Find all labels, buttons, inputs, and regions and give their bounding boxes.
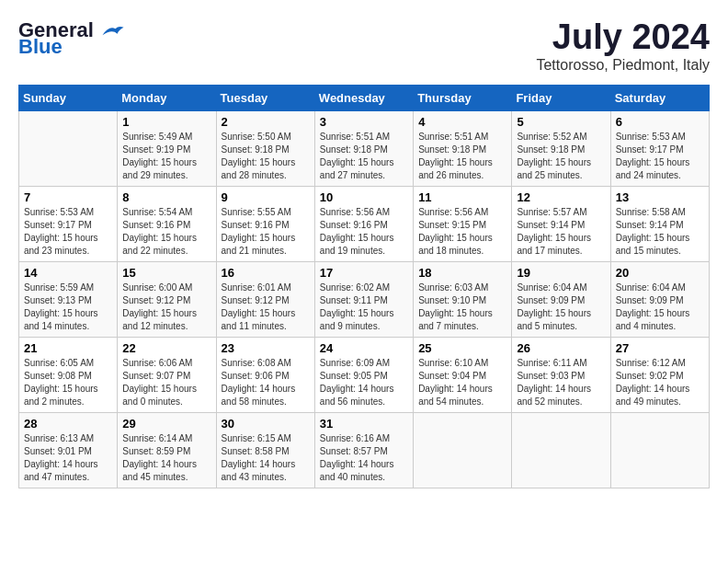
calendar-week-row: 28Sunrise: 6:13 AM Sunset: 9:01 PM Dayli… — [19, 412, 710, 488]
day-info: Sunrise: 6:12 AM Sunset: 9:02 PM Dayligh… — [616, 357, 704, 408]
day-info: Sunrise: 6:02 AM Sunset: 9:11 PM Dayligh… — [320, 282, 408, 333]
day-number: 25 — [418, 341, 506, 355]
calendar-table: SundayMondayTuesdayWednesdayThursdayFrid… — [18, 85, 710, 488]
header-wednesday: Wednesday — [314, 85, 413, 110]
day-number: 27 — [616, 341, 704, 355]
day-number: 22 — [122, 341, 210, 355]
calendar-cell — [414, 412, 512, 488]
logo-blue-text: Blue — [18, 35, 63, 59]
calendar-cell: 13Sunrise: 5:58 AM Sunset: 9:14 PM Dayli… — [610, 186, 709, 261]
day-info: Sunrise: 5:51 AM Sunset: 9:18 PM Dayligh… — [418, 131, 506, 182]
calendar-cell — [19, 110, 118, 186]
day-number: 6 — [616, 115, 704, 129]
header-friday: Friday — [512, 85, 610, 110]
day-number: 16 — [222, 266, 310, 280]
day-number: 3 — [320, 115, 408, 129]
day-number: 17 — [320, 266, 408, 280]
day-info: Sunrise: 6:01 AM Sunset: 9:12 PM Dayligh… — [222, 282, 310, 333]
day-info: Sunrise: 5:59 AM Sunset: 9:13 PM Dayligh… — [24, 282, 112, 333]
calendar-cell: 8Sunrise: 5:54 AM Sunset: 9:16 PM Daylig… — [118, 186, 216, 261]
day-info: Sunrise: 6:05 AM Sunset: 9:08 PM Dayligh… — [24, 357, 112, 408]
day-number: 1 — [122, 115, 210, 129]
title-area: July 2024 Tettorosso, Piedmont, Italy — [536, 18, 710, 74]
location-text: Tettorosso, Piedmont, Italy — [536, 57, 710, 74]
day-number: 12 — [517, 190, 605, 204]
calendar-cell: 6Sunrise: 5:53 AM Sunset: 9:17 PM Daylig… — [610, 110, 709, 186]
day-number: 28 — [24, 417, 112, 431]
day-number: 14 — [24, 266, 112, 280]
calendar-cell: 14Sunrise: 5:59 AM Sunset: 9:13 PM Dayli… — [19, 261, 118, 337]
day-info: Sunrise: 6:11 AM Sunset: 9:03 PM Dayligh… — [517, 357, 605, 408]
day-number: 10 — [320, 190, 408, 204]
logo: General Blue — [18, 18, 125, 59]
calendar-week-row: 21Sunrise: 6:05 AM Sunset: 9:08 PM Dayli… — [19, 337, 710, 412]
calendar-cell: 5Sunrise: 5:52 AM Sunset: 9:18 PM Daylig… — [512, 110, 610, 186]
day-info: Sunrise: 5:58 AM Sunset: 9:14 PM Dayligh… — [616, 206, 704, 258]
calendar-cell — [610, 412, 709, 488]
day-info: Sunrise: 5:49 AM Sunset: 9:19 PM Dayligh… — [122, 131, 210, 182]
header-tuesday: Tuesday — [216, 85, 314, 110]
day-info: Sunrise: 6:04 AM Sunset: 9:09 PM Dayligh… — [616, 282, 704, 333]
calendar-cell: 10Sunrise: 5:56 AM Sunset: 9:16 PM Dayli… — [314, 186, 413, 261]
calendar-cell: 16Sunrise: 6:01 AM Sunset: 9:12 PM Dayli… — [216, 261, 314, 337]
calendar-cell: 30Sunrise: 6:15 AM Sunset: 8:58 PM Dayli… — [216, 412, 314, 488]
calendar-week-row: 7Sunrise: 5:53 AM Sunset: 9:17 PM Daylig… — [19, 186, 710, 261]
day-info: Sunrise: 5:54 AM Sunset: 9:16 PM Dayligh… — [122, 206, 210, 258]
day-info: Sunrise: 6:15 AM Sunset: 8:58 PM Dayligh… — [222, 432, 310, 484]
calendar-cell: 20Sunrise: 6:04 AM Sunset: 9:09 PM Dayli… — [610, 261, 709, 337]
day-number: 5 — [517, 115, 605, 129]
day-number: 7 — [24, 190, 112, 204]
header-saturday: Saturday — [610, 85, 709, 110]
day-info: Sunrise: 5:55 AM Sunset: 9:16 PM Dayligh… — [222, 206, 310, 258]
day-info: Sunrise: 5:50 AM Sunset: 9:18 PM Dayligh… — [222, 131, 310, 182]
day-number: 26 — [517, 341, 605, 355]
calendar-cell: 27Sunrise: 6:12 AM Sunset: 9:02 PM Dayli… — [610, 337, 709, 412]
calendar-cell: 25Sunrise: 6:10 AM Sunset: 9:04 PM Dayli… — [414, 337, 512, 412]
calendar-cell: 9Sunrise: 5:55 AM Sunset: 9:16 PM Daylig… — [216, 186, 314, 261]
day-info: Sunrise: 6:03 AM Sunset: 9:10 PM Dayligh… — [418, 282, 506, 333]
header-sunday: Sunday — [19, 85, 118, 110]
day-number: 18 — [418, 266, 506, 280]
day-number: 31 — [320, 417, 408, 431]
calendar-cell: 7Sunrise: 5:53 AM Sunset: 9:17 PM Daylig… — [19, 186, 118, 261]
day-info: Sunrise: 6:14 AM Sunset: 8:59 PM Dayligh… — [122, 432, 210, 484]
calendar-cell: 21Sunrise: 6:05 AM Sunset: 9:08 PM Dayli… — [19, 337, 118, 412]
day-number: 15 — [122, 266, 210, 280]
day-info: Sunrise: 5:57 AM Sunset: 9:14 PM Dayligh… — [517, 206, 605, 258]
calendar-cell: 19Sunrise: 6:04 AM Sunset: 9:09 PM Dayli… — [512, 261, 610, 337]
day-info: Sunrise: 6:04 AM Sunset: 9:09 PM Dayligh… — [517, 282, 605, 333]
page-header: General Blue July 2024 Tettorosso, Piedm… — [18, 18, 710, 74]
day-info: Sunrise: 6:09 AM Sunset: 9:05 PM Dayligh… — [320, 357, 408, 408]
calendar-cell: 24Sunrise: 6:09 AM Sunset: 9:05 PM Dayli… — [314, 337, 413, 412]
day-info: Sunrise: 6:08 AM Sunset: 9:06 PM Dayligh… — [222, 357, 310, 408]
day-number: 29 — [122, 417, 210, 431]
day-info: Sunrise: 5:53 AM Sunset: 9:17 PM Dayligh… — [616, 131, 704, 182]
calendar-header-row: SundayMondayTuesdayWednesdayThursdayFrid… — [19, 85, 710, 110]
calendar-week-row: 14Sunrise: 5:59 AM Sunset: 9:13 PM Dayli… — [19, 261, 710, 337]
day-number: 8 — [122, 190, 210, 204]
calendar-cell: 17Sunrise: 6:02 AM Sunset: 9:11 PM Dayli… — [314, 261, 413, 337]
day-info: Sunrise: 5:56 AM Sunset: 9:16 PM Dayligh… — [320, 206, 408, 258]
calendar-cell: 29Sunrise: 6:14 AM Sunset: 8:59 PM Dayli… — [118, 412, 216, 488]
day-number: 30 — [222, 417, 310, 431]
calendar-cell: 1Sunrise: 5:49 AM Sunset: 9:19 PM Daylig… — [118, 110, 216, 186]
month-title: July 2024 — [536, 18, 710, 57]
day-info: Sunrise: 5:52 AM Sunset: 9:18 PM Dayligh… — [517, 131, 605, 182]
header-thursday: Thursday — [414, 85, 512, 110]
calendar-cell: 31Sunrise: 6:16 AM Sunset: 8:57 PM Dayli… — [314, 412, 413, 488]
calendar-cell: 3Sunrise: 5:51 AM Sunset: 9:18 PM Daylig… — [314, 110, 413, 186]
day-number: 11 — [418, 190, 506, 204]
day-number: 21 — [24, 341, 112, 355]
logo-bird-icon — [99, 22, 125, 40]
calendar-cell: 11Sunrise: 5:56 AM Sunset: 9:15 PM Dayli… — [414, 186, 512, 261]
day-info: Sunrise: 5:51 AM Sunset: 9:18 PM Dayligh… — [320, 131, 408, 182]
day-number: 19 — [517, 266, 605, 280]
day-info: Sunrise: 5:56 AM Sunset: 9:15 PM Dayligh… — [418, 206, 506, 258]
day-number: 24 — [320, 341, 408, 355]
day-number: 4 — [418, 115, 506, 129]
calendar-cell: 15Sunrise: 6:00 AM Sunset: 9:12 PM Dayli… — [118, 261, 216, 337]
calendar-cell: 18Sunrise: 6:03 AM Sunset: 9:10 PM Dayli… — [414, 261, 512, 337]
calendar-week-row: 1Sunrise: 5:49 AM Sunset: 9:19 PM Daylig… — [19, 110, 710, 186]
day-info: Sunrise: 6:10 AM Sunset: 9:04 PM Dayligh… — [418, 357, 506, 408]
calendar-cell: 2Sunrise: 5:50 AM Sunset: 9:18 PM Daylig… — [216, 110, 314, 186]
